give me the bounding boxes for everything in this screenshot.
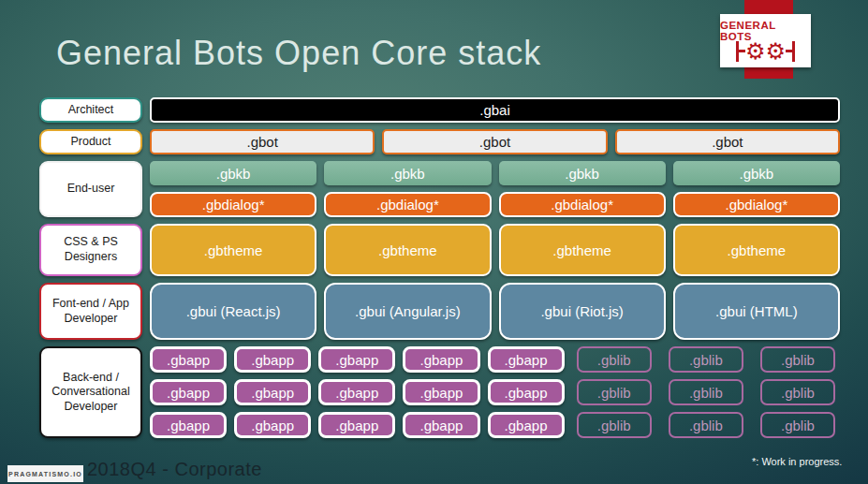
cell-gbapp: .gbapp bbox=[234, 412, 311, 438]
cell-gbapp: .gbapp bbox=[318, 346, 395, 373]
cell-gblib: .gblib bbox=[577, 346, 652, 373]
cell-gbtheme: .gbtheme bbox=[499, 224, 666, 276]
cell-gblib: .gblib bbox=[760, 346, 835, 373]
gear-icon-left: ⚙ bbox=[745, 40, 766, 63]
cell-gblib: .gblib bbox=[669, 412, 743, 438]
cell-gbapp: .gbapp bbox=[488, 346, 565, 373]
cell-gbapp: .gbapp bbox=[318, 412, 395, 438]
cell-gbkb: .gbkb bbox=[324, 161, 491, 185]
role-label-architect: Architect bbox=[39, 97, 142, 123]
roles-column: ArchitectProductEnd-userCSS & PS Designe… bbox=[39, 97, 142, 438]
role-label-css-ps-designers: CSS & PS Designers bbox=[39, 224, 142, 276]
general-bots-logo: GENERAL BOTS ⚙ ⚙ bbox=[720, 14, 811, 67]
role-label-product: Product bbox=[39, 129, 142, 154]
stack-diagram: ArchitectProductEnd-userCSS & PS Designe… bbox=[39, 97, 840, 438]
cell-gbot: .gbot bbox=[615, 129, 840, 154]
gear-axle-left bbox=[739, 50, 745, 52]
work-in-progress-note: *: Work in progress. bbox=[752, 456, 842, 467]
cell-gbui: .gbui (React.js) bbox=[150, 283, 316, 340]
slide-canvas: General Bots Open Core stack GENERAL BOT… bbox=[0, 0, 868, 484]
cell-gblib: .gblib bbox=[577, 379, 652, 405]
gear-end-bar-right bbox=[792, 41, 795, 62]
gbtheme-row: .gbtheme.gbtheme.gbtheme.gbtheme bbox=[150, 224, 840, 276]
cell-gbot: .gbot bbox=[150, 129, 375, 154]
gear-icon-right: ⚙ bbox=[766, 40, 787, 63]
cell-gbot: .gbot bbox=[382, 129, 607, 154]
cell-gbdialog: .gbdialog* bbox=[499, 192, 666, 217]
gbot-row: .gbot.gbot.gbot bbox=[150, 129, 840, 154]
cell-gbapp: .gbapp bbox=[150, 346, 227, 373]
cell-gblib: .gblib bbox=[760, 379, 835, 405]
pragmatismo-badge: PRAGMATISMO.IO bbox=[7, 465, 83, 482]
cell-gbdialog: .gbdialog* bbox=[324, 192, 491, 217]
cell-gbapp: .gbapp bbox=[150, 412, 227, 438]
cell-gbdialog: .gbdialog* bbox=[150, 192, 316, 217]
cell-gbapp: .gbapp bbox=[488, 412, 565, 438]
gbapp-row-2: .gbapp.gbapp.gbapp.gbapp.gbapp.gblib.gbl… bbox=[150, 379, 840, 405]
cell-gbapp: .gbapp bbox=[488, 379, 565, 405]
cell-gbui: .gbui (HTML) bbox=[673, 283, 840, 340]
cell-gbtheme: .gbtheme bbox=[324, 224, 491, 276]
footer-date-label: 2018Q4 - Corporate bbox=[87, 459, 262, 480]
gbai-row: .gbai bbox=[150, 97, 840, 123]
cell-gbapp: .gbapp bbox=[403, 346, 479, 373]
cell-gbdialog: .gbdialog* bbox=[673, 192, 840, 217]
gbkb-row: .gbkb.gbkb.gbkb.gbkb bbox=[150, 161, 840, 185]
cell-gbkb: .gbkb bbox=[499, 161, 666, 185]
cell-gbkb: .gbkb bbox=[150, 161, 316, 185]
cell-gbapp: .gbapp bbox=[234, 346, 311, 373]
cell-gblib: .gblib bbox=[577, 412, 652, 438]
gears-icon: ⚙ ⚙ bbox=[736, 40, 794, 63]
cell-gblib: .gblib bbox=[669, 379, 743, 405]
cell-gbapp: .gbapp bbox=[403, 379, 479, 405]
gbui-row: .gbui (React.js).gbui (Angular.js).gbui … bbox=[150, 283, 840, 340]
role-label-back-end-conversational-developer: Back-end / Conversational Developer bbox=[39, 346, 142, 438]
cell-gbai: .gbai bbox=[150, 97, 840, 123]
gear-axle-right bbox=[786, 50, 792, 52]
cell-gbtheme: .gbtheme bbox=[673, 224, 840, 276]
stack-grid: .gbai.gbot.gbot.gbot.gbkb.gbkb.gbkb.gbkb… bbox=[150, 97, 840, 438]
role-label-font-end-app-developer: Font-end / App Developer bbox=[39, 283, 142, 340]
cell-gblib: .gblib bbox=[669, 346, 743, 373]
cell-gbkb: .gbkb bbox=[673, 161, 840, 185]
cell-gblib: .gblib bbox=[760, 412, 835, 438]
gbapp-row-1: .gbapp.gbapp.gbapp.gbapp.gbapp.gblib.gbl… bbox=[150, 346, 840, 373]
cell-gbui: .gbui (Angular.js) bbox=[324, 283, 491, 340]
gbdialog-row: .gbdialog*.gbdialog*.gbdialog*.gbdialog* bbox=[150, 192, 840, 217]
cell-gbapp: .gbapp bbox=[234, 379, 311, 405]
page-title: General Bots Open Core stack bbox=[56, 34, 541, 73]
cell-gbapp: .gbapp bbox=[403, 412, 479, 438]
cell-gbui: .gbui (Riot.js) bbox=[499, 283, 666, 340]
cell-gbtheme: .gbtheme bbox=[150, 224, 316, 276]
cell-gbapp: .gbapp bbox=[150, 379, 227, 405]
cell-gbapp: .gbapp bbox=[318, 379, 395, 405]
role-label-end-user: End-user bbox=[39, 161, 142, 217]
gbapp-row-3: .gbapp.gbapp.gbapp.gbapp.gbapp.gblib.gbl… bbox=[150, 412, 840, 438]
